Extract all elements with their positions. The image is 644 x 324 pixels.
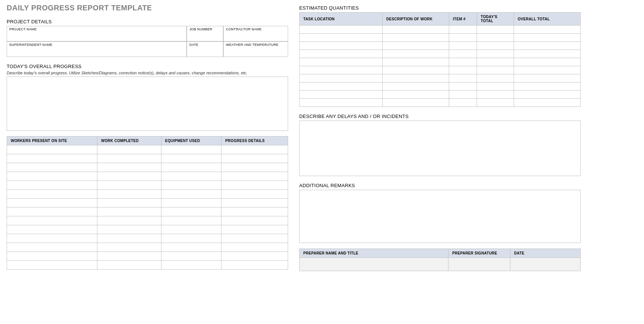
table-cell[interactable] (7, 216, 97, 225)
table-cell[interactable] (97, 207, 161, 216)
table-cell[interactable] (97, 261, 161, 270)
table-cell[interactable] (97, 154, 161, 163)
table-cell[interactable] (449, 58, 477, 66)
table-cell[interactable] (221, 145, 288, 154)
input-superintendent[interactable] (7, 47, 187, 57)
table-cell[interactable] (7, 172, 97, 181)
table-cell[interactable] (300, 42, 383, 50)
table-cell[interactable] (383, 66, 449, 74)
table-cell[interactable] (514, 42, 581, 50)
input-project-name[interactable] (7, 32, 187, 41)
table-cell[interactable] (97, 181, 161, 190)
table-cell[interactable] (477, 66, 514, 74)
table-cell[interactable] (300, 99, 383, 107)
table-cell[interactable] (221, 225, 288, 234)
table-cell[interactable] (97, 163, 161, 172)
table-cell[interactable] (300, 258, 448, 271)
table-cell[interactable] (7, 261, 97, 270)
table-cell[interactable] (221, 234, 288, 243)
table-cell[interactable] (514, 50, 581, 58)
table-cell[interactable] (383, 42, 449, 50)
table-cell[interactable] (221, 216, 288, 225)
table-cell[interactable] (161, 216, 221, 225)
table-cell[interactable] (514, 82, 581, 91)
table-cell[interactable] (300, 34, 383, 42)
delays-textarea[interactable] (299, 121, 581, 176)
table-cell[interactable] (221, 163, 288, 172)
table-cell[interactable] (300, 66, 383, 74)
table-cell[interactable] (97, 234, 161, 243)
table-cell[interactable] (221, 243, 288, 252)
remarks-textarea[interactable] (299, 190, 581, 243)
table-cell[interactable] (514, 58, 581, 66)
table-cell[interactable] (221, 154, 288, 163)
table-cell[interactable] (97, 190, 161, 199)
table-cell[interactable] (449, 74, 477, 82)
table-cell[interactable] (300, 91, 383, 99)
table-cell[interactable] (97, 225, 161, 234)
table-cell[interactable] (161, 252, 221, 261)
table-cell[interactable] (7, 243, 97, 252)
overall-progress-textarea[interactable] (7, 77, 288, 131)
table-cell[interactable] (161, 154, 221, 163)
table-cell[interactable] (514, 99, 581, 107)
table-cell[interactable] (161, 225, 221, 234)
table-cell[interactable] (477, 34, 514, 42)
table-cell[interactable] (221, 172, 288, 181)
table-cell[interactable] (514, 26, 581, 34)
table-cell[interactable] (7, 252, 97, 261)
table-cell[interactable] (161, 163, 221, 172)
table-cell[interactable] (7, 163, 97, 172)
table-cell[interactable] (383, 50, 449, 58)
table-cell[interactable] (449, 42, 477, 50)
table-cell[interactable] (383, 82, 449, 91)
table-cell[interactable] (383, 91, 449, 99)
table-cell[interactable] (221, 190, 288, 199)
table-cell[interactable] (383, 58, 449, 66)
table-cell[interactable] (477, 26, 514, 34)
table-cell[interactable] (477, 91, 514, 99)
table-cell[interactable] (7, 207, 97, 216)
table-cell[interactable] (161, 145, 221, 154)
table-cell[interactable] (514, 34, 581, 42)
table-cell[interactable] (97, 243, 161, 252)
table-cell[interactable] (7, 199, 97, 207)
input-job-number[interactable] (187, 32, 223, 41)
table-cell[interactable] (7, 145, 97, 154)
table-cell[interactable] (221, 181, 288, 190)
table-cell[interactable] (514, 74, 581, 82)
table-cell[interactable] (300, 26, 383, 34)
table-cell[interactable] (7, 234, 97, 243)
table-cell[interactable] (97, 252, 161, 261)
table-cell[interactable] (383, 74, 449, 82)
table-cell[interactable] (383, 34, 449, 42)
table-cell[interactable] (7, 225, 97, 234)
input-date[interactable] (187, 47, 223, 57)
table-cell[interactable] (477, 74, 514, 82)
table-cell[interactable] (300, 50, 383, 58)
table-cell[interactable] (97, 216, 161, 225)
table-cell[interactable] (221, 207, 288, 216)
table-cell[interactable] (161, 243, 221, 252)
table-cell[interactable] (97, 199, 161, 207)
table-cell[interactable] (449, 34, 477, 42)
table-cell[interactable] (449, 82, 477, 91)
table-cell[interactable] (477, 42, 514, 50)
table-cell[interactable] (7, 190, 97, 199)
table-cell[interactable] (449, 99, 477, 107)
table-cell[interactable] (221, 252, 288, 261)
table-cell[interactable] (449, 91, 477, 99)
table-cell[interactable] (97, 172, 161, 181)
table-cell[interactable] (161, 190, 221, 199)
table-cell[interactable] (477, 50, 514, 58)
table-cell[interactable] (449, 50, 477, 58)
table-cell[interactable] (383, 26, 449, 34)
table-cell[interactable] (161, 172, 221, 181)
table-cell[interactable] (514, 91, 581, 99)
table-cell[interactable] (221, 261, 288, 270)
table-cell[interactable] (300, 82, 383, 91)
input-contractor-name[interactable] (223, 32, 288, 41)
table-cell[interactable] (161, 234, 221, 243)
table-cell[interactable] (449, 26, 477, 34)
table-cell[interactable] (383, 99, 449, 107)
